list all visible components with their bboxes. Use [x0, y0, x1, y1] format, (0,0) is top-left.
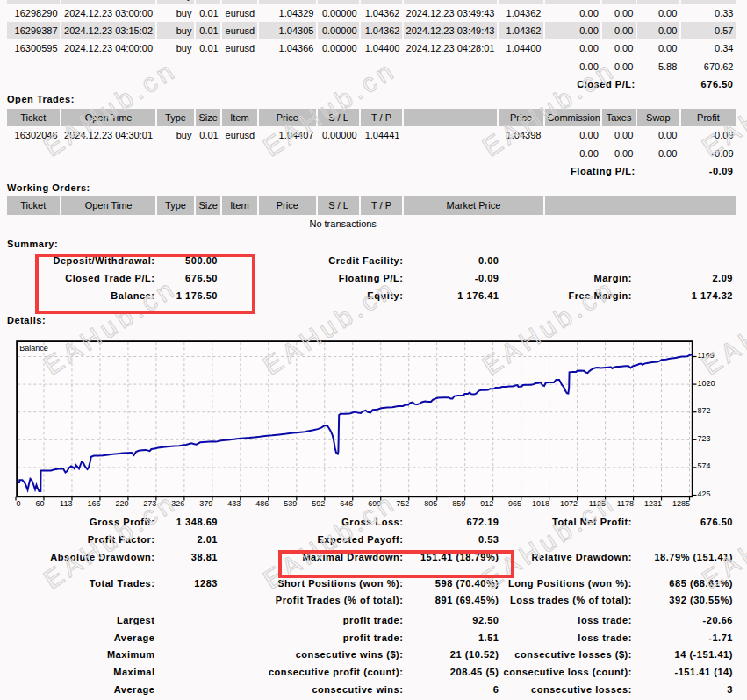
cell-value: 685 (68.61%) — [632, 575, 733, 592]
totals-row: 0.000.005.88670.62 — [7, 57, 736, 75]
cell-close-time — [404, 126, 497, 144]
y-axis-label: 425 — [698, 489, 711, 498]
cell-label: consecutive losses: — [499, 681, 633, 698]
cell-value: 18.79% (151.41) — [632, 548, 733, 566]
cell-empty — [7, 145, 543, 162]
plot-area — [17, 341, 693, 496]
cell-ticket: 16302046 — [7, 126, 61, 144]
cell-value: 0.53 — [404, 531, 499, 548]
x-axis-label: 486 — [255, 499, 269, 508]
cell-close-time: 2024.12.23 03:49:43 — [404, 22, 497, 39]
cell-value — [632, 531, 733, 548]
x-axis-label: 646 — [340, 499, 353, 508]
cell-label: Relative Drawdown: — [499, 548, 633, 566]
cell-value: -20.66 — [632, 611, 733, 629]
header-type: Type — [157, 109, 194, 126]
header-swap: Swap — [637, 109, 679, 126]
y-axis-label: 723 — [698, 434, 711, 443]
cell-open-time: 2024.12.23 03:00:00 — [61, 4, 155, 22]
cell-label — [499, 252, 633, 269]
header-s-l: S / L — [318, 196, 359, 214]
cell-value: 891 (69.45%) — [404, 592, 499, 610]
x-axis-label: 1285 — [672, 499, 690, 508]
cell-value: 21 (10.52) — [404, 646, 499, 664]
x-axis-label: 1178 — [617, 499, 634, 508]
cell-value: 2.09 — [632, 269, 733, 287]
cell-close-price: 1.04398 — [499, 126, 543, 144]
cell-total-taxes: 0.00 — [602, 145, 636, 162]
cell-value — [155, 592, 219, 610]
cell-empty — [681, 215, 736, 232]
cell-swap: 0.00 — [637, 126, 679, 144]
cell-label: Total Trades: — [7, 575, 155, 592]
strategy-tester-report-page: buy162982902024.12.23 03:00:00buy0.01eur… — [0, 0, 747, 700]
cell-price: 1.04407 — [259, 126, 316, 144]
header-s-l: S / L — [318, 109, 359, 126]
cell-value: -0.09 — [404, 269, 499, 287]
x-axis-label: 273 — [143, 499, 156, 508]
cell-profit: -0.09 — [681, 126, 736, 144]
cell-close-time: 2024.12.23 03:49:43 — [404, 4, 497, 22]
x-axis-label: 326 — [171, 499, 184, 508]
cell-value: 1 176.41 — [404, 287, 499, 304]
cell-sl: 0.00000 — [318, 4, 359, 22]
cell-swap: 0.00 — [637, 22, 679, 39]
x-axis-label: 433 — [227, 499, 241, 508]
cell-profit: 0.34 — [681, 39, 736, 57]
header-profit: Profit — [681, 109, 736, 126]
cell-type: buy — [157, 22, 194, 39]
cell-label: Maximum — [7, 646, 155, 664]
cell-value: -151.41 (14) — [632, 663, 733, 681]
cell-label: Expected Payoff: — [218, 531, 404, 548]
cell-sl: 0.00000 — [318, 39, 359, 57]
cell-value: 6 — [404, 681, 499, 698]
cell-label: Average — [7, 681, 155, 698]
x-axis-label: 699 — [368, 499, 381, 508]
cell-profit: 0.57 — [681, 22, 736, 39]
cell-label — [7, 592, 155, 610]
cell-value: 1 174.32 — [632, 287, 733, 304]
x-axis-label: 965 — [508, 499, 521, 508]
cell-ticket: 16299387 — [7, 22, 61, 39]
x-axis-label: 1018 — [532, 499, 549, 508]
cell-taxes: 0.00 — [602, 126, 636, 144]
cell-price: 1.04329 — [259, 4, 316, 22]
cell-item: eurusd — [222, 4, 256, 22]
cell-label — [499, 531, 633, 548]
cell-value: 1.51 — [404, 629, 499, 646]
cell-value: 208.45 (5) — [404, 663, 499, 681]
cell-commission: 0.00 — [545, 39, 600, 57]
x-axis-label: 166 — [87, 499, 100, 508]
cell-open-time: 2024.12.23 04:00:00 — [61, 39, 155, 57]
header-size: Size — [196, 196, 220, 214]
cell-commission: 0.00 — [545, 22, 600, 39]
cell-label: Profit Factor: — [7, 531, 155, 548]
cell-sl: 0.00000 — [318, 22, 359, 39]
cell-close-price: 1.04362 — [499, 22, 543, 39]
cell-label: Absolute Drawdown: — [7, 548, 155, 566]
x-axis-label: 1125 — [589, 499, 606, 508]
header-price: Price — [259, 196, 316, 214]
cell-label: profit trade: — [218, 611, 404, 629]
cell-label: consecutive losses ($): — [499, 646, 633, 664]
cell-size: 0.01 — [196, 39, 220, 57]
pl-summary-row: Floating P/L:-0.09 — [7, 162, 736, 180]
six-col-row: Largestprofit trade:92.50loss trade:-20.… — [7, 611, 733, 629]
cell-price: 1.04305 — [259, 22, 316, 39]
cell-empty — [7, 57, 543, 75]
cell-close-price: 1.04400 — [499, 39, 543, 57]
cell-pl-value: 676.50 — [637, 75, 736, 93]
balance-chart: 1169102087272357442506011316622027332637… — [0, 333, 747, 518]
cell-item: eurusd — [222, 39, 256, 57]
x-axis-label: 752 — [396, 499, 409, 508]
cell-size: 0.01 — [196, 4, 220, 22]
x-axis-label: 220 — [115, 499, 128, 508]
cell-label: loss trade: — [499, 611, 633, 629]
cell-value — [632, 252, 733, 269]
x-axis-label: 113 — [60, 499, 72, 508]
cell-close-price: 1.04362 — [499, 4, 543, 22]
cell-close-time: 2024.12.23 04:28:01 — [404, 39, 497, 57]
cell-value — [155, 681, 219, 698]
six-col-row: Maximumconsecutive wins ($):21 (10.52)co… — [7, 646, 733, 664]
six-col-row: Averageprofit trade:1.51loss trade:-1.71 — [7, 629, 733, 646]
